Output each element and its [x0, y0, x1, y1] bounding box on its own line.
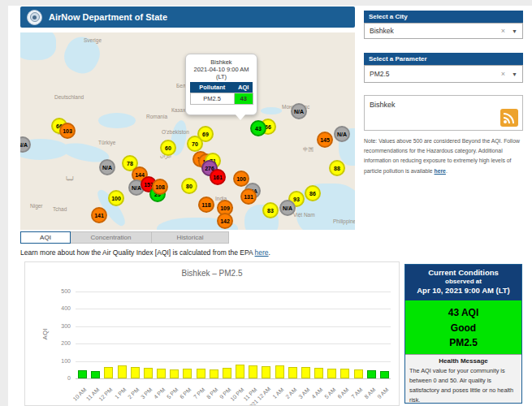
aqi-bar[interactable]	[157, 369, 166, 378]
popup-pointer	[235, 114, 246, 120]
aqi-map-marker[interactable]: 142	[217, 213, 233, 229]
aqi-bar[interactable]	[197, 369, 205, 378]
select-parameter-label: Select a Parameter	[364, 53, 523, 65]
aqi-map-marker[interactable]: 161	[210, 169, 226, 185]
aqi-map-marker[interactable]: N/A	[279, 200, 296, 216]
aqi-bar[interactable]	[367, 370, 376, 378]
chart-gridline	[76, 292, 391, 292]
aqi-bar[interactable]	[78, 370, 87, 378]
aqi-map-marker[interactable]: 103	[59, 123, 76, 139]
y-axis-tick: 100	[51, 358, 71, 364]
aqi-map-marker[interactable]: 88	[329, 160, 345, 176]
map-place-label: Niger	[30, 203, 43, 209]
aqi-map-marker[interactable]: 141	[91, 207, 107, 223]
beyond-aqi-note: Note: Values above 500 are considered Be…	[364, 136, 526, 176]
aqi-map-marker[interactable]: N/A	[99, 159, 115, 175]
current-aqi-category: Good	[405, 321, 521, 336]
current-aqi-value: 43 AQI	[405, 305, 521, 321]
aqi-bar[interactable]	[131, 367, 140, 378]
parameter-select-value: PM2.5	[370, 70, 501, 78]
chart-gridline	[76, 309, 391, 309]
current-conditions-subtitle: observed at	[407, 278, 520, 285]
parameter-caret-icon[interactable]: ▼	[512, 71, 517, 77]
current-aqi-box: 43 AQI Good PM2.5	[405, 300, 521, 354]
map-place-label: O'zbekiston	[162, 129, 189, 135]
aqi-map-marker[interactable]: 145	[317, 132, 333, 148]
water-black-sea	[98, 113, 136, 128]
note-here-link[interactable]: here	[435, 168, 446, 174]
aqi-map-marker[interactable]: 100	[108, 190, 124, 206]
aqi-bar[interactable]	[118, 365, 127, 378]
map-place-label: ليبيا	[66, 175, 74, 182]
aqi-bar[interactable]	[327, 369, 336, 378]
aqi-bar-chart: Bishkek – PM2.5 AQI 010020030040050010 A…	[24, 261, 400, 406]
aqi-map-marker[interactable]: 70	[187, 136, 203, 152]
learn-more-text: Learn more about how the Air Quality Ind…	[20, 248, 270, 257]
chart-gridline	[76, 361, 391, 362]
aqi-map-marker[interactable]: 80	[181, 178, 197, 194]
popup-pollutant-value: PM2.5	[190, 93, 234, 105]
parameter-select[interactable]: PM2.5 × ▼	[364, 65, 523, 83]
tab-historical[interactable]: Historical	[152, 231, 229, 244]
aqi-map-marker[interactable]: 86	[305, 185, 321, 201]
aqi-bar[interactable]	[288, 367, 297, 378]
popup-table: Pollutant AQI PM2.5 43	[190, 82, 253, 105]
y-axis-label: AQI	[41, 329, 49, 340]
select-city-label: Select a City	[364, 11, 523, 23]
aqi-map-marker[interactable]: 43	[250, 120, 266, 136]
aqi-bar[interactable]	[314, 368, 323, 378]
map-place-label: Romania	[146, 114, 167, 119]
aqi-bar[interactable]	[91, 371, 100, 378]
chart-title: Bishkek – PM2.5	[25, 269, 399, 278]
map-place-label: Deutschland	[54, 94, 84, 100]
aqi-bar[interactable]	[104, 367, 113, 378]
aqi-bar[interactable]	[144, 368, 153, 378]
popup-col-pollutant: Pollutant	[190, 82, 234, 93]
map-place-label: Türkiye	[98, 140, 115, 145]
aqi-world-map[interactable]: SverigeDeutschlandБеларусьУкраїнаRomania…	[20, 32, 355, 230]
popup-col-aqi: AQI	[234, 82, 253, 93]
aqi-map-marker[interactable]: N/A	[291, 103, 307, 119]
water-lake-balkhash	[261, 107, 282, 114]
app-header: AirNow Department of State	[20, 6, 355, 28]
parameter-clear-icon[interactable]: ×	[501, 70, 505, 78]
aqi-bar[interactable]	[183, 369, 192, 378]
aqi-bar[interactable]	[249, 365, 257, 378]
aqi-map-marker[interactable]: N/A	[334, 126, 350, 142]
aqi-map-marker[interactable]: 131	[240, 188, 257, 205]
page-top-margin	[0, 0, 532, 6]
y-axis-tick: 400	[51, 305, 71, 311]
city-clear-icon[interactable]: ×	[501, 27, 505, 35]
aqi-bar[interactable]	[380, 371, 389, 378]
view-tabs: AQI Concentration Historical	[20, 231, 229, 244]
aqi-bar[interactable]	[275, 365, 284, 378]
aqi-map-marker[interactable]: 108	[152, 179, 168, 195]
current-aqi-pollutant: PM2.5	[405, 335, 521, 351]
y-axis-tick: 500	[51, 288, 71, 294]
app-title: AirNow Department of State	[49, 12, 167, 22]
chart-gridline	[76, 326, 391, 327]
city-select[interactable]: Bishkek × ▼	[364, 23, 523, 39]
aqi-bar[interactable]	[262, 366, 270, 378]
aqi-bar[interactable]	[170, 369, 179, 378]
water-north-sea	[20, 32, 56, 60]
current-conditions-panel: Current Conditions observed at Apr 10, 2…	[404, 264, 522, 404]
tab-aqi[interactable]: AQI	[20, 231, 71, 244]
city-caret-icon[interactable]: ▼	[512, 28, 517, 34]
aqi-bar[interactable]	[236, 365, 244, 378]
rss-icon[interactable]	[500, 109, 518, 127]
tab-concentration[interactable]: Concentration	[71, 231, 152, 244]
aqi-bar[interactable]	[210, 369, 218, 378]
aqi-bar[interactable]	[223, 368, 231, 378]
epa-here-link[interactable]: here	[255, 248, 269, 257]
page-left-margin	[0, 0, 8, 406]
map-place-label: Tchad	[53, 206, 67, 212]
aqi-map-marker[interactable]: 83	[262, 202, 279, 218]
aqi-bar[interactable]	[340, 369, 349, 378]
map-place-label: Sverige	[84, 37, 102, 43]
aqi-bar[interactable]	[354, 369, 363, 378]
aqi-bar[interactable]	[301, 367, 310, 378]
aqi-map-marker[interactable]: 60	[160, 140, 176, 156]
rss-feed-box: Bishkek	[364, 95, 523, 131]
aqi-map-marker[interactable]: 118	[198, 197, 214, 213]
